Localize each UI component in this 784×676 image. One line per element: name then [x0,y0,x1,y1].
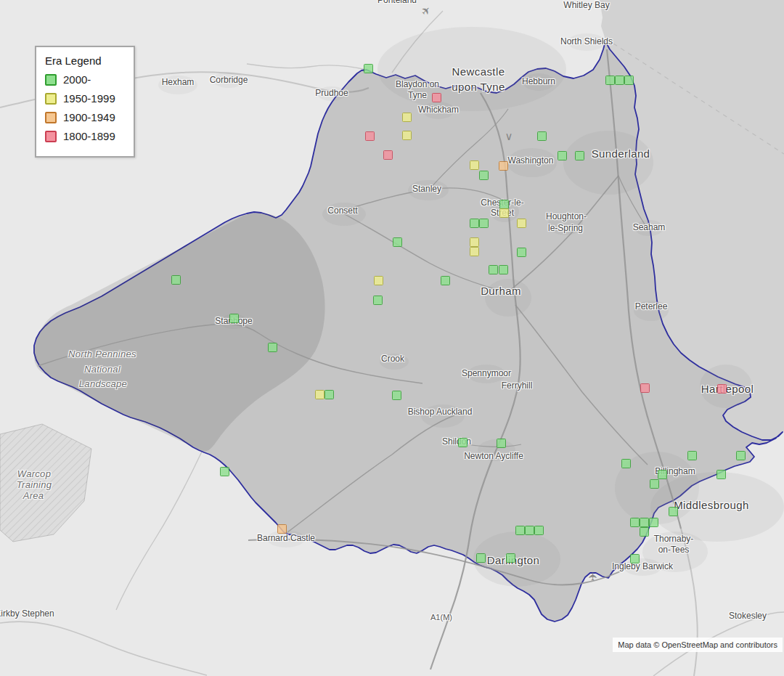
era-marker-2000[interactable] [575,151,584,160]
era-marker-2000[interactable] [499,265,508,274]
era-marker-1950[interactable] [470,160,479,170]
era-marker-1950[interactable] [402,131,412,140]
era-marker-2000[interactable] [537,131,547,141]
era-marker-1800[interactable] [432,93,441,102]
era-swatch-1900 [45,112,57,123]
era-marker-1950[interactable] [470,237,479,247]
legend-item-label: 1900-1949 [63,111,115,123]
era-marker-2000[interactable] [658,470,667,479]
era-marker-2000[interactable] [470,219,479,228]
era-marker-2000[interactable] [517,248,526,257]
legend-title: Era Legend [45,54,126,67]
era-marker-1900[interactable] [277,524,287,534]
era-marker-1950[interactable] [499,208,509,218]
era-marker-2000[interactable] [640,518,649,527]
era-marker-2000[interactable] [630,554,640,563]
era-marker-2000[interactable] [393,237,402,247]
era-legend: Era Legend 2000-1950-19991900-19491800-1… [35,46,135,158]
era-marker-2000[interactable] [649,518,658,527]
legend-items: 2000-1950-19991900-19491800-1899 [45,73,126,142]
era-swatch-2000 [45,74,57,86]
era-marker-2000[interactable] [441,276,450,285]
era-marker-2000[interactable] [506,553,515,563]
era-marker-2000[interactable] [373,296,383,305]
era-marker-2000[interactable] [229,314,239,323]
era-marker-2000[interactable] [479,171,489,180]
era-marker-2000[interactable] [605,76,615,85]
era-marker-1950[interactable] [374,276,383,285]
era-marker-2000[interactable] [458,438,467,447]
map-viewport[interactable]: Newcastleupon TyneSunderlandDurhamHartle… [0,0,784,676]
era-marker-1950[interactable] [315,390,324,399]
legend-item-label: 2000- [63,73,91,86]
era-marker-1950[interactable] [517,219,526,228]
era-marker-2000[interactable] [171,275,181,285]
era-marker-1950[interactable] [470,247,479,256]
era-marker-2000[interactable] [220,467,229,476]
era-marker-2000[interactable] [364,64,373,73]
era-marker-2000[interactable] [615,76,624,85]
era-marker-2000[interactable] [640,527,649,537]
era-marker-1950[interactable] [402,113,412,122]
era-marker-2000[interactable] [624,76,634,85]
era-marker-2000[interactable] [324,390,334,399]
era-swatch-1950 [45,93,57,105]
era-marker-2000[interactable] [534,526,544,535]
era-marker-2000[interactable] [650,479,659,489]
era-marker-2000[interactable] [476,553,486,563]
era-marker-1900[interactable] [499,161,508,171]
legend-item-1950: 1950-1999 [45,92,126,105]
era-marker-2000[interactable] [525,526,534,535]
era-marker-1800[interactable] [365,131,375,141]
era-marker-1800[interactable] [640,383,650,393]
legend-item-1800: 1800-1899 [45,130,126,142]
era-marker-2000[interactable] [479,219,489,228]
era-marker-2000[interactable] [630,518,640,527]
era-marker-2000[interactable] [268,343,277,352]
era-marker-1800[interactable] [383,150,393,160]
era-marker-2000[interactable] [736,451,746,460]
era-marker-2000[interactable] [716,470,726,479]
era-marker-2000[interactable] [687,451,697,460]
era-marker-2000[interactable] [497,439,506,448]
era-marker-2000[interactable] [489,265,498,274]
legend-item-1900: 1900-1949 [45,111,126,123]
era-marker-1800[interactable] [717,384,727,394]
era-marker-2000[interactable] [499,200,509,209]
era-marker-2000[interactable] [392,391,401,400]
legend-item-label: 1950-1999 [63,92,115,105]
map-attribution: Map data © OpenStreetMap and contributor… [613,638,783,652]
legend-item-label: 1800-1899 [63,130,115,142]
era-marker-2000[interactable] [621,459,631,468]
era-swatch-1800 [45,131,57,142]
era-marker-2000[interactable] [669,507,678,516]
era-marker-2000[interactable] [558,151,567,160]
era-marker-2000[interactable] [515,526,525,535]
legend-item-2000: 2000- [45,73,126,86]
